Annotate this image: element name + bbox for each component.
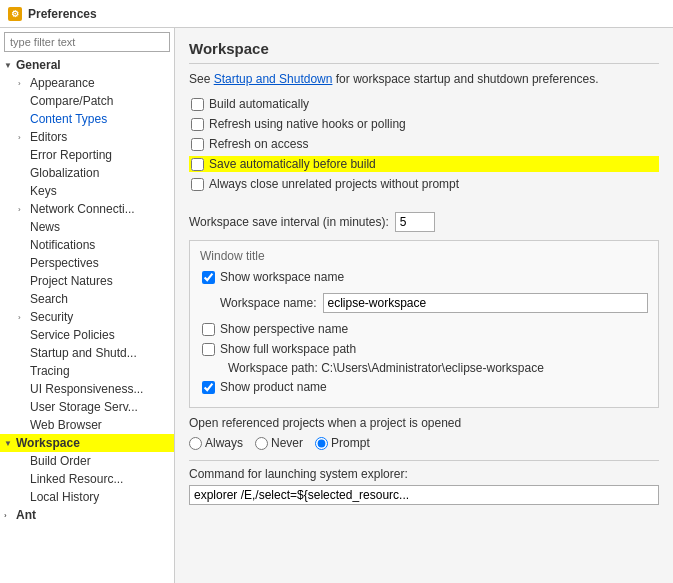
radio-always-label: Always: [189, 436, 243, 450]
radio-never[interactable]: [255, 437, 268, 450]
sidebar-item-project-natures[interactable]: Project Natures: [0, 272, 174, 290]
radio-never-label: Never: [255, 436, 303, 450]
sidebar-item-startup[interactable]: Startup and Shutd...: [0, 344, 174, 362]
checkbox-show-perspective-name: Show perspective name: [200, 321, 648, 337]
project-natures-label: Project Natures: [30, 274, 113, 288]
notifications-label: Notifications: [30, 238, 95, 252]
title-bar: ⚙ Preferences: [0, 0, 673, 28]
title-bar-text: Preferences: [28, 7, 97, 21]
main-container: ▼ General › Appearance Compare/Patch Con…: [0, 28, 673, 583]
checkbox-close-unrelated: Always close unrelated projects without …: [189, 176, 659, 192]
sidebar-item-search[interactable]: Search: [0, 290, 174, 308]
sidebar: ▼ General › Appearance Compare/Patch Con…: [0, 28, 175, 583]
expand-arrow-ant: ›: [4, 511, 14, 520]
sidebar-item-compare-patch[interactable]: Compare/Patch: [0, 92, 174, 110]
checkbox-close-unrelated-input[interactable]: [191, 178, 204, 191]
appearance-label: Appearance: [30, 76, 95, 90]
checkbox-refresh-access-input[interactable]: [191, 138, 204, 151]
sidebar-item-linked-resources[interactable]: Linked Resourc...: [0, 470, 174, 488]
command-label: Command for launching system explorer:: [189, 467, 659, 481]
window-title-section: Window title Show workspace name Workspa…: [189, 240, 659, 408]
checkbox-save-auto-label: Save automatically before build: [209, 157, 376, 171]
web-browser-label: Web Browser: [30, 418, 102, 432]
checkbox-show-perspective-name-input[interactable]: [202, 323, 215, 336]
workspace-name-row: Workspace name:: [200, 293, 648, 313]
general-label: General: [16, 58, 61, 72]
workspace-label: Workspace: [16, 436, 80, 450]
sidebar-item-network[interactable]: › Network Connecti...: [0, 200, 174, 218]
expand-arrow-editors: ›: [18, 133, 28, 142]
error-reporting-label: Error Reporting: [30, 148, 112, 162]
ant-label: Ant: [16, 508, 36, 522]
checkbox-refresh-native-label: Refresh using native hooks or polling: [209, 117, 406, 131]
open-referenced-label: Open referenced projects when a project …: [189, 416, 659, 430]
compare-patch-label: Compare/Patch: [30, 94, 113, 108]
sidebar-item-user-storage[interactable]: User Storage Serv...: [0, 398, 174, 416]
open-referenced-section: Open referenced projects when a project …: [189, 416, 659, 450]
checkbox-refresh-native-input[interactable]: [191, 118, 204, 131]
checkbox-show-workspace-name-label: Show workspace name: [220, 270, 344, 284]
sidebar-item-general[interactable]: ▼ General: [0, 56, 174, 74]
checkbox-close-unrelated-label: Always close unrelated projects without …: [209, 177, 459, 191]
filter-input[interactable]: [4, 32, 170, 52]
expand-arrow-general: ▼: [4, 61, 14, 70]
sidebar-item-build-order[interactable]: Build Order: [0, 452, 174, 470]
startup-shutdown-link[interactable]: Startup and Shutdown: [214, 72, 333, 86]
sidebar-item-service-policies[interactable]: Service Policies: [0, 326, 174, 344]
sidebar-item-editors[interactable]: › Editors: [0, 128, 174, 146]
sidebar-item-notifications[interactable]: Notifications: [0, 236, 174, 254]
save-interval-input[interactable]: [395, 212, 435, 232]
expand-arrow-appearance: ›: [18, 79, 28, 88]
sidebar-item-security[interactable]: › Security: [0, 308, 174, 326]
sidebar-item-web-browser[interactable]: Web Browser: [0, 416, 174, 434]
news-label: News: [30, 220, 60, 234]
checkbox-show-workspace-name-input[interactable]: [202, 271, 215, 284]
sidebar-item-ui-responsiveness[interactable]: UI Responsiveness...: [0, 380, 174, 398]
local-history-label: Local History: [30, 490, 99, 504]
checkbox-save-auto-input[interactable]: [191, 158, 204, 171]
sidebar-item-news[interactable]: News: [0, 218, 174, 236]
user-storage-label: User Storage Serv...: [30, 400, 138, 414]
tree-container: ▼ General › Appearance Compare/Patch Con…: [0, 56, 174, 583]
checkbox-show-product-name: Show product name: [200, 379, 648, 395]
checkbox-build-auto-input[interactable]: [191, 98, 204, 111]
checkbox-show-full-path: Show full workspace path: [200, 341, 648, 357]
radio-group-open-referenced: Always Never Prompt: [189, 436, 659, 450]
checkbox-show-full-path-label: Show full workspace path: [220, 342, 356, 356]
workspace-name-input[interactable]: [323, 293, 649, 313]
checkbox-refresh-native: Refresh using native hooks or polling: [189, 116, 659, 132]
radio-prompt[interactable]: [315, 437, 328, 450]
sidebar-item-tracing[interactable]: Tracing: [0, 362, 174, 380]
command-input[interactable]: [189, 485, 659, 505]
expand-arrow-network: ›: [18, 205, 28, 214]
sidebar-item-keys[interactable]: Keys: [0, 182, 174, 200]
content-panel: Workspace See Startup and Shutdown for w…: [175, 28, 673, 583]
checkbox-save-auto: Save automatically before build: [189, 156, 659, 172]
sidebar-item-workspace[interactable]: ▼ Workspace: [0, 434, 174, 452]
checkbox-build-auto-label: Build automatically: [209, 97, 309, 111]
checkbox-show-product-name-input[interactable]: [202, 381, 215, 394]
search-label: Search: [30, 292, 68, 306]
expand-arrow-workspace: ▼: [4, 439, 14, 448]
ui-responsiveness-label: UI Responsiveness...: [30, 382, 143, 396]
tracing-label: Tracing: [30, 364, 70, 378]
expand-arrow-security: ›: [18, 313, 28, 322]
sidebar-item-globalization[interactable]: Globalization: [0, 164, 174, 182]
network-label: Network Connecti...: [30, 202, 135, 216]
security-label: Security: [30, 310, 73, 324]
sidebar-item-local-history[interactable]: Local History: [0, 488, 174, 506]
perspectives-label: Perspectives: [30, 256, 99, 270]
build-order-label: Build Order: [30, 454, 91, 468]
sidebar-item-perspectives[interactable]: Perspectives: [0, 254, 174, 272]
sidebar-item-error-reporting[interactable]: Error Reporting: [0, 146, 174, 164]
radio-always[interactable]: [189, 437, 202, 450]
sidebar-item-ant[interactable]: › Ant: [0, 506, 174, 524]
checkbox-show-perspective-name-label: Show perspective name: [220, 322, 348, 336]
workspace-path-text: Workspace path: C:\Users\Administrator\e…: [200, 361, 648, 375]
content-types-label: Content Types: [30, 112, 107, 126]
startup-label: Startup and Shutd...: [30, 346, 137, 360]
sidebar-item-appearance[interactable]: › Appearance: [0, 74, 174, 92]
sidebar-item-content-types[interactable]: Content Types: [0, 110, 174, 128]
checkbox-show-full-path-input[interactable]: [202, 343, 215, 356]
save-interval-label: Workspace save interval (in minutes):: [189, 215, 389, 229]
